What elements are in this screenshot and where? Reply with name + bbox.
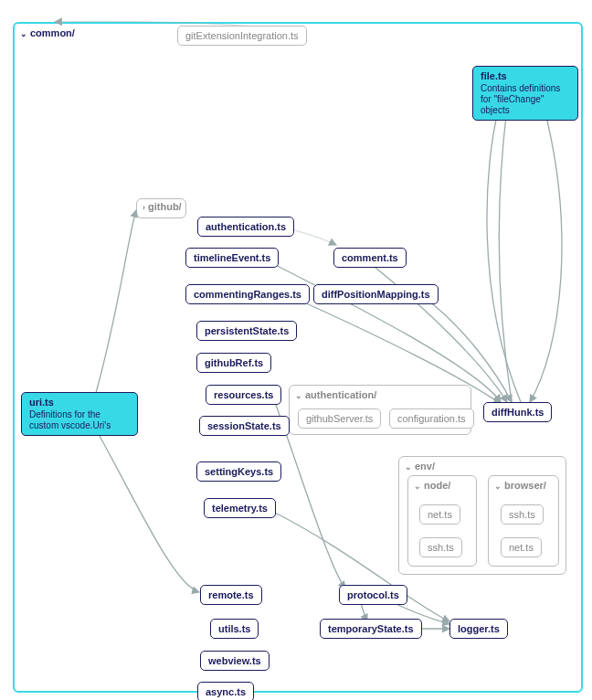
node-label: file.ts (481, 70, 570, 81)
node-label: telemetry.ts (212, 503, 268, 514)
node-label: authentication.ts (206, 221, 286, 232)
node-label: diffPositionMapping.ts (322, 289, 430, 300)
chevron-down-icon: ⌄ (414, 482, 421, 491)
node-configuration[interactable]: configuration.ts (389, 408, 474, 429)
node-sessionState[interactable]: sessionState.ts (199, 416, 290, 436)
node-label: uri.ts (29, 397, 130, 408)
node-label: resources.ts (214, 389, 273, 400)
group-common[interactable]: ⌄common/ (13, 22, 583, 693)
node-browser-ssh[interactable]: ssh.ts (501, 504, 544, 525)
node-timelineEvent[interactable]: timelineEvent.ts (185, 248, 279, 268)
node-node-ssh[interactable]: ssh.ts (419, 537, 462, 557)
chevron-right-icon: › (143, 203, 145, 212)
node-remote[interactable]: remote.ts (200, 585, 262, 605)
node-label: gitExtensionIntegration.ts (185, 30, 299, 41)
node-diffPositionMapping[interactable]: diffPositionMapping.ts (313, 284, 439, 304)
node-diffHunk[interactable]: diffHunk.ts (483, 402, 552, 422)
node-label: ssh.ts (428, 542, 454, 553)
node-commentingRanges[interactable]: commentingRanges.ts (185, 284, 310, 304)
node-label: commentingRanges.ts (194, 289, 301, 300)
node-settingKeys[interactable]: settingKeys.ts (196, 461, 281, 482)
node-label: logger.ts (458, 623, 500, 634)
node-label: async.ts (206, 686, 246, 697)
node-logger[interactable]: logger.ts (449, 619, 508, 639)
node-browser-net[interactable]: net.ts (501, 537, 542, 557)
node-label: diffHunk.ts (492, 407, 544, 418)
node-utils[interactable]: utils.ts (210, 619, 259, 639)
group-github[interactable]: ›github/ (136, 198, 186, 218)
node-label: protocol.ts (347, 589, 399, 600)
node-async[interactable]: async.ts (197, 682, 254, 700)
node-label: githubServer.ts (306, 413, 373, 424)
node-label: configuration.ts (397, 413, 466, 424)
node-resources[interactable]: resources.ts (206, 385, 281, 405)
node-gitExtensionIntegration[interactable]: gitExtensionIntegration.ts (177, 26, 307, 46)
group-label: browser/ (504, 480, 546, 491)
node-label: settingKeys.ts (205, 466, 273, 477)
node-persistentState[interactable]: persistentState.ts (196, 321, 297, 341)
chevron-down-icon: ⌄ (20, 29, 27, 38)
node-label: timelineEvent.ts (194, 252, 270, 263)
node-protocol[interactable]: protocol.ts (339, 585, 407, 605)
chevron-down-icon: ⌄ (494, 482, 502, 491)
group-label: github/ (148, 201, 182, 212)
node-comment[interactable]: comment.ts (333, 248, 407, 268)
group-label: node/ (424, 480, 450, 491)
node-githubServer[interactable]: githubServer.ts (298, 408, 381, 429)
node-file[interactable]: file.ts Contains definitions for "fileCh… (472, 66, 578, 121)
node-label: sessionState.ts (207, 420, 281, 431)
node-uri[interactable]: uri.ts Definitions for the custom vscode… (21, 392, 138, 436)
node-label: webview.ts (208, 655, 261, 666)
group-label: env/ (415, 461, 435, 472)
node-authentication[interactable]: authentication.ts (197, 217, 294, 237)
node-node-net[interactable]: net.ts (419, 504, 460, 525)
node-label: net.ts (428, 509, 452, 520)
node-webview[interactable]: webview.ts (200, 651, 270, 671)
node-temporaryState[interactable]: temporaryState.ts (320, 619, 422, 639)
group-label: common/ (30, 27, 75, 38)
chevron-down-icon: ⌄ (295, 391, 302, 400)
node-telemetry[interactable]: telemetry.ts (204, 498, 276, 518)
node-label: githubRef.ts (205, 357, 263, 368)
chevron-down-icon: ⌄ (405, 462, 412, 472)
group-label: authentication/ (305, 389, 376, 400)
node-label: remote.ts (208, 589, 254, 600)
node-desc: Definitions for the custom vscode.Uri's (29, 409, 130, 431)
node-githubRef[interactable]: githubRef.ts (196, 353, 271, 373)
node-label: utils.ts (218, 623, 250, 634)
node-label: comment.ts (342, 252, 398, 263)
node-label: temporaryState.ts (328, 623, 414, 634)
node-desc: Contains definitions for "fileChange" ob… (481, 83, 570, 116)
node-label: ssh.ts (509, 509, 535, 520)
node-label: persistentState.ts (205, 325, 289, 336)
node-label: net.ts (509, 542, 534, 553)
